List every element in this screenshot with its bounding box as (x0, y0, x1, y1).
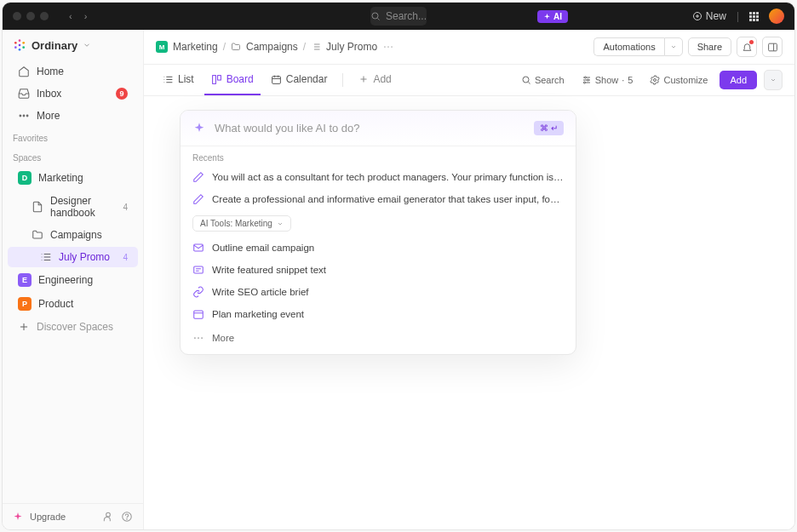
list-icon (40, 251, 52, 263)
breadcrumb: M Marketing / Campaigns / July Promo (156, 41, 394, 53)
upgrade-button[interactable]: Upgrade (30, 512, 66, 522)
tab-label: Board (226, 73, 254, 85)
sidebar-designer-handbook[interactable]: Designer handbook 4 (8, 191, 138, 223)
svg-point-53 (584, 77, 586, 78)
notification-dot (749, 40, 754, 44)
chevron-down-icon (770, 77, 777, 83)
new-button[interactable]: New (692, 10, 726, 22)
space-label: Marketing (38, 172, 83, 184)
ai-tool-label: Outline email campaign (212, 243, 314, 253)
panel-icon (767, 42, 778, 53)
ai-tool-plan-event[interactable]: Plan marketing event (181, 303, 576, 325)
ai-pill[interactable]: AI (537, 10, 568, 23)
svg-line-1 (377, 19, 379, 20)
ai-tools-selector[interactable]: AI Tools: Marketing (192, 215, 291, 232)
ai-recent-text: You will act as a consultant for tech pr… (212, 172, 564, 182)
new-label: New (706, 10, 726, 22)
ai-recent-item[interactable]: You will act as a consultant for tech pr… (181, 166, 576, 188)
ai-tool-label: Write featured snippet text (212, 265, 326, 275)
panel-toggle-button[interactable] (762, 37, 783, 57)
automations-button[interactable]: Automations (593, 37, 663, 56)
sidebar-inbox-label: Inbox (37, 88, 61, 100)
svg-point-13 (20, 115, 21, 117)
toolbar-search-label: Search (535, 75, 565, 85)
global-search[interactable]: Search... (370, 7, 427, 26)
view-tab-board[interactable]: Board (204, 65, 261, 95)
item-label: July Promo (59, 251, 110, 263)
main-area: M Marketing / Campaigns / July Promo Aut… (144, 30, 794, 529)
help-icon[interactable] (121, 511, 133, 523)
automations-split-button: Automations (593, 37, 682, 56)
sidebar-inbox[interactable]: Inbox 9 (8, 83, 138, 104)
toolbar-show[interactable]: Show · 5 (576, 72, 639, 89)
breadcrumb-list[interactable]: July Promo (326, 41, 377, 53)
ai-tools-label: AI Tools: Marketing (200, 219, 272, 228)
notifications-button[interactable] (737, 37, 757, 57)
breadcrumb-space[interactable]: Marketing (173, 41, 218, 53)
svg-point-65 (201, 337, 203, 339)
ai-recent-item[interactable]: Create a professional and informative em… (181, 188, 576, 210)
tab-label: Calendar (286, 73, 328, 85)
close-dot[interactable] (13, 12, 21, 20)
folder-icon (32, 229, 43, 241)
space-engineering[interactable]: E Engineering (8, 269, 138, 291)
doc-icon (32, 201, 43, 213)
discover-spaces[interactable]: Discover Spaces (8, 317, 138, 337)
ai-more-label: More (212, 333, 234, 343)
space-marketing[interactable]: D Marketing (8, 167, 138, 189)
add-task-button[interactable]: Add (720, 71, 757, 89)
minimize-dot[interactable] (26, 12, 35, 20)
apps-icon[interactable] (749, 12, 759, 21)
toolbar-search[interactable]: Search (516, 72, 570, 89)
add-view-button[interactable]: Add (352, 65, 398, 95)
forward-button[interactable]: › (79, 9, 93, 23)
sidebar-more[interactable]: More (8, 106, 138, 126)
gear-icon (650, 75, 660, 85)
svg-rect-58 (194, 266, 204, 273)
svg-point-7 (22, 42, 25, 44)
space-product[interactable]: P Product (8, 293, 138, 315)
ai-more-button[interactable]: More (181, 325, 576, 354)
space-badge: D (18, 171, 32, 185)
svg-point-54 (587, 79, 588, 81)
toolbar-customize-label: Customize (663, 75, 708, 85)
list-icon (163, 74, 174, 85)
breadcrumb-space-badge: M (156, 41, 168, 53)
titlebar: ‹ › Search... AI New | (3, 3, 794, 30)
svg-point-56 (654, 79, 657, 82)
window-controls (13, 12, 49, 20)
person-icon[interactable] (102, 511, 114, 523)
svg-point-8 (22, 46, 25, 49)
share-button[interactable]: Share (688, 37, 731, 56)
board-icon (211, 74, 222, 85)
chevron-down-icon (670, 43, 677, 50)
sidebar-home-label: Home (37, 66, 64, 77)
ai-prompt-input[interactable] (215, 122, 525, 134)
toolbar-customize[interactable]: Customize (645, 72, 713, 89)
search-icon (370, 11, 381, 21)
sidebar-july-promo[interactable]: July Promo 4 (8, 247, 138, 267)
workspace-switcher[interactable]: Ordinary (3, 30, 143, 60)
back-button[interactable]: ‹ (64, 9, 77, 23)
more-icon[interactable] (382, 41, 394, 53)
sidebar-campaigns[interactable]: Campaigns (8, 225, 138, 245)
svg-point-25 (127, 519, 128, 520)
user-avatar[interactable] (769, 9, 784, 24)
ai-tool-snippet[interactable]: Write featured snippet text (181, 259, 576, 281)
maximize-dot[interactable] (40, 12, 49, 20)
view-tab-list[interactable]: List (156, 65, 201, 95)
svg-rect-41 (217, 75, 221, 79)
ai-tool-outline-email[interactable]: Outline email campaign (181, 237, 576, 259)
folder-icon (231, 42, 241, 52)
upgrade-icon (13, 512, 23, 522)
breadcrumb-folder[interactable]: Campaigns (246, 41, 298, 53)
ai-tool-seo[interactable]: Write SEO article brief (181, 281, 576, 303)
automations-dropdown[interactable] (664, 37, 683, 56)
view-tab-calendar[interactable]: Calendar (264, 65, 335, 95)
add-task-dropdown[interactable] (764, 70, 783, 90)
sidebar-home[interactable]: Home (8, 61, 138, 82)
svg-point-30 (387, 46, 389, 48)
pencil-icon (192, 193, 204, 205)
link-icon (192, 286, 204, 298)
discover-label: Discover Spaces (37, 321, 113, 333)
